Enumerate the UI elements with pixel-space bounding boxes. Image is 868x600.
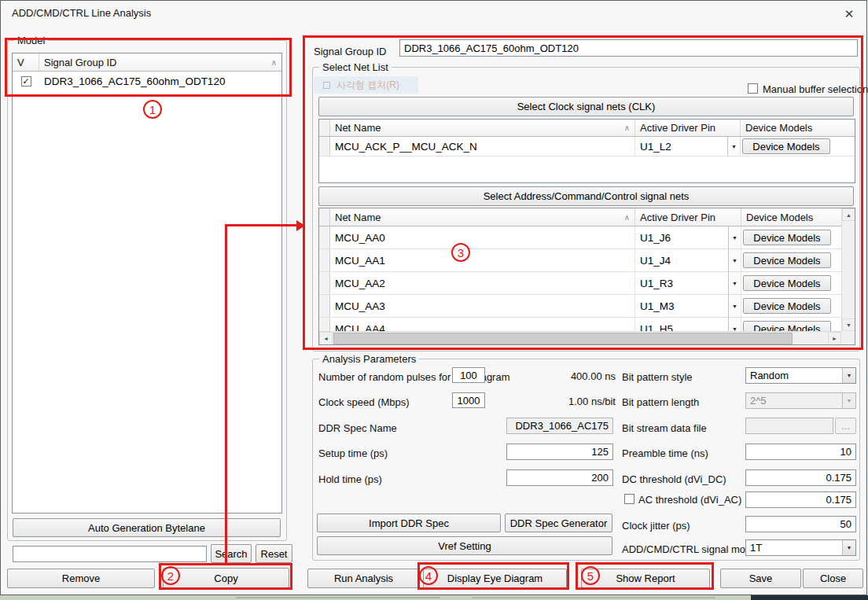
background-artifact <box>472 597 715 598</box>
bit-pattern-style-label: Bit pattern style <box>622 371 693 383</box>
close-icon[interactable]: ✕ <box>836 4 862 24</box>
preamble-time-field[interactable] <box>745 444 856 460</box>
annotation-box-3 <box>303 35 863 350</box>
annotation-circle-4: 4 <box>419 566 438 585</box>
bit-pattern-length-combo: 2^5 ▼ <box>745 392 856 409</box>
dc-threshold-label: DC threshold (dVi_DC) <box>622 473 726 485</box>
signal-mode-combo[interactable]: 1T ▼ <box>745 539 856 556</box>
annotation-arrow-line-vertical <box>225 225 227 563</box>
analysis-parameters-label: Analysis Parameters <box>319 353 419 365</box>
save-button[interactable]: Save <box>720 569 801 588</box>
model-search-input[interactable] <box>17 548 202 560</box>
auto-generation-bytelane-button[interactable]: Auto Generation Bytelane <box>13 518 281 537</box>
background-strip <box>0 595 868 600</box>
ddr-spec-generator-button[interactable]: DDR Spec Generator <box>505 513 612 532</box>
hold-time-field[interactable] <box>506 469 613 486</box>
clock-speed-field[interactable] <box>452 392 485 408</box>
annotation-circle-2: 2 <box>161 566 180 585</box>
preamble-time-label: Preamble time (ns) <box>622 447 708 459</box>
clock-speed-label: Clock speed (Mbps) <box>318 396 410 408</box>
screen: ADD/CMD/CTRL Line Analysis ✕ Model V Sig… <box>0 0 868 600</box>
ac-threshold-label: AC threshold (dVi_AC) <box>638 494 741 506</box>
run-analysis-button[interactable]: Run Analysis <box>307 569 420 588</box>
clock-jitter-label: Clock jitter (ps) <box>622 520 690 532</box>
import-ddr-spec-button[interactable]: Import DDR Spec <box>317 513 501 532</box>
vref-setting-button[interactable]: Vref Setting <box>317 536 612 555</box>
setup-time-field[interactable] <box>506 444 613 460</box>
close-button[interactable]: Close <box>803 569 863 588</box>
setup-time-label: Setup time (ps) <box>318 447 388 459</box>
annotation-circle-3: 3 <box>451 243 470 262</box>
ac-threshold-checkbox[interactable] <box>624 494 634 504</box>
bit-stream-label: Bit stream data file <box>622 422 707 434</box>
hold-time-label: Hold time (ps) <box>318 473 382 485</box>
bit-pattern-length-label: Bit pattern length <box>622 396 699 408</box>
ac-threshold-field[interactable] <box>745 491 856 508</box>
browse-button: ... <box>835 418 856 434</box>
annotation-box-4 <box>417 562 569 590</box>
bit-stream-field <box>745 418 833 434</box>
dropdown-arrow-icon: ▼ <box>842 393 855 408</box>
remove-button[interactable]: Remove <box>7 569 155 588</box>
background-artifact <box>236 597 440 598</box>
clock-jitter-field[interactable] <box>745 516 856 532</box>
dropdown-arrow-icon[interactable]: ▼ <box>842 540 855 555</box>
dropdown-arrow-icon[interactable]: ▼ <box>842 368 855 383</box>
annotation-arrowhead-icon <box>296 220 305 231</box>
clock-speed-unit: 1.00 ns/bit <box>520 396 616 407</box>
signal-mode-label: ADD/CMD/CTRL signal mode <box>622 543 756 555</box>
bit-pattern-style-combo[interactable]: Random ▼ <box>745 367 856 384</box>
pulses-field[interactable] <box>452 367 485 383</box>
reset-button[interactable]: Reset <box>256 544 292 563</box>
pulses-unit: 400.00 ns <box>520 370 616 382</box>
model-list[interactable]: V Signal Group ID ∧ ✓ DDR3_1066_AC175_60… <box>12 53 282 513</box>
annotation-circle-5: 5 <box>581 566 600 585</box>
annotation-box-1 <box>5 38 292 97</box>
dialog-title: ADD/CMD/CTRL Line Analysis <box>12 7 151 19</box>
dc-threshold-field[interactable] <box>745 469 856 486</box>
search-button[interactable]: Search <box>211 544 252 563</box>
model-search-field[interactable] <box>13 546 207 562</box>
background-dark-block <box>751 595 868 600</box>
ddr-spec-name-field: DDR3_1066_AC175 <box>506 418 613 434</box>
annotation-arrow-line-horizontal <box>225 224 297 226</box>
ddr-spec-name-label: DDR Spec Name <box>318 422 397 434</box>
annotation-circle-1: 1 <box>143 100 162 119</box>
